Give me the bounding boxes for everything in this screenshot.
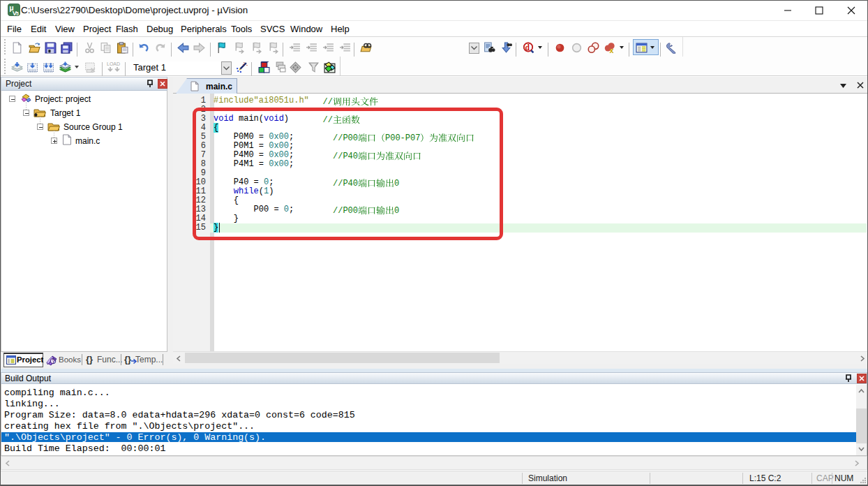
svg-text:5: 5 xyxy=(16,11,19,16)
svg-text:x: x xyxy=(609,46,613,54)
svg-text:?: ? xyxy=(52,358,55,364)
svg-text:LOAD: LOAD xyxy=(107,61,120,66)
